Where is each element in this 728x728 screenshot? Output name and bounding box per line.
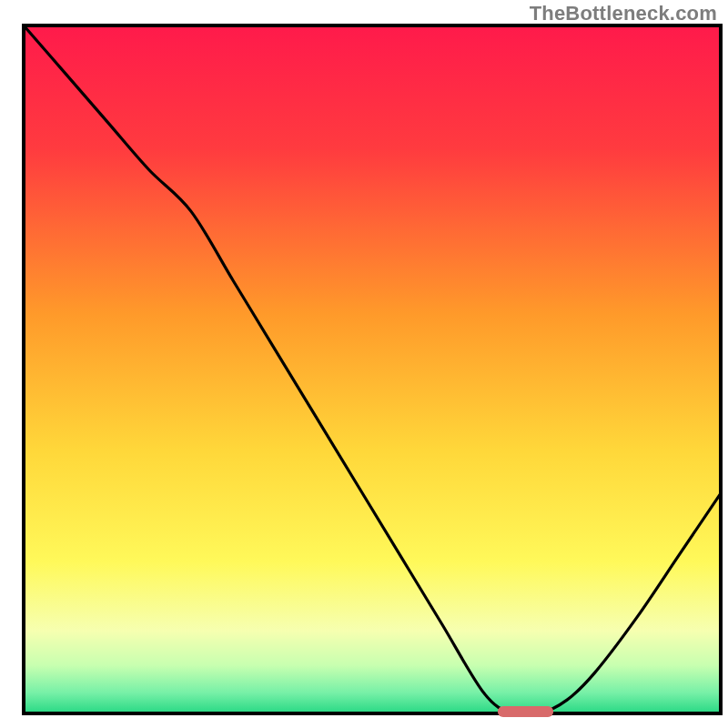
chart-container: TheBottleneck.com xyxy=(0,0,728,728)
plot-background xyxy=(24,25,721,713)
bottleneck-chart xyxy=(0,0,728,728)
optimal-marker xyxy=(498,706,553,717)
